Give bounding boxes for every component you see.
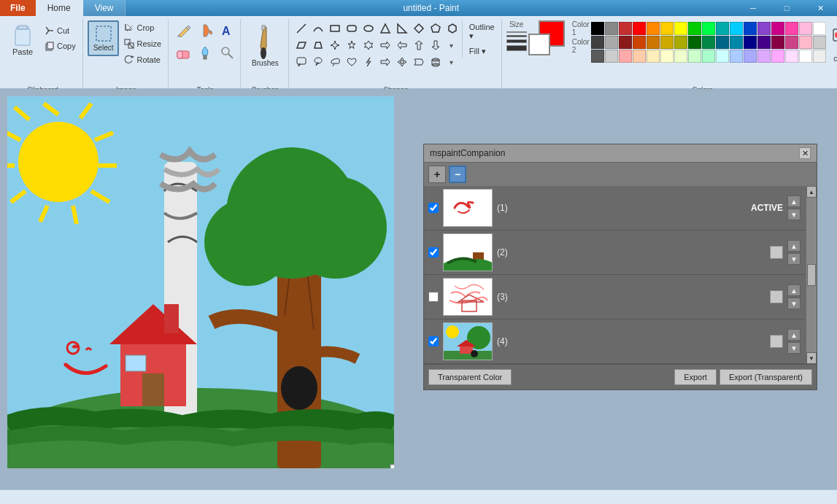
- palette-silver[interactable]: [813, 36, 826, 49]
- color-2-swatch[interactable]: [528, 34, 550, 55]
- close-button[interactable]: ✕: [803, 0, 837, 16]
- layer-scrollbar[interactable]: ▲ ▼: [806, 186, 817, 364]
- palette-darkgreen[interactable]: [688, 36, 701, 49]
- palette-cyan[interactable]: [730, 22, 743, 35]
- shape-arrow-up[interactable]: [411, 37, 427, 53]
- layer-2-checkbox[interactable]: [428, 247, 439, 257]
- palette-steelblue[interactable]: [730, 36, 743, 49]
- maximize-button[interactable]: □: [770, 0, 803, 16]
- shape-heart[interactable]: [344, 54, 360, 70]
- select-button[interactable]: Select: [88, 20, 120, 56]
- shape-pentagon[interactable]: [428, 20, 444, 36]
- palette-violet[interactable]: [771, 22, 784, 35]
- palette-honeydew[interactable]: [674, 50, 687, 63]
- palette-orange[interactable]: [647, 22, 660, 35]
- scroll-up-button[interactable]: ▲: [806, 186, 817, 198]
- shape-5star[interactable]: [344, 37, 360, 53]
- palette-darkgold[interactable]: [660, 36, 674, 49]
- shape-line[interactable]: [293, 20, 309, 36]
- palette-orchid[interactable]: [771, 50, 784, 63]
- palette-darkred[interactable]: [619, 22, 632, 35]
- shape-arrow-left[interactable]: [394, 37, 410, 53]
- rotate-button[interactable]: Rotate: [120, 53, 165, 67]
- view-tab[interactable]: View: [83, 0, 126, 16]
- palette-rose[interactable]: [785, 36, 798, 49]
- palette-lime[interactable]: [702, 22, 715, 35]
- scroll-down-button[interactable]: ▼: [806, 352, 817, 364]
- eraser-button[interactable]: [173, 42, 193, 63]
- palette-magenta[interactable]: [771, 36, 784, 49]
- palette-white[interactable]: [813, 22, 826, 35]
- palette-mintgreen[interactable]: [688, 50, 701, 63]
- palette-gold[interactable]: [660, 22, 674, 35]
- palette-pink[interactable]: [785, 22, 798, 35]
- outline-button[interactable]: Outline ▾: [466, 20, 498, 43]
- shapes-scroll2[interactable]: ▾: [444, 54, 460, 70]
- shape-triangle[interactable]: [377, 20, 393, 36]
- fill-button[interactable]: [195, 20, 215, 41]
- size-3[interactable]: [506, 39, 527, 43]
- layer-1-down[interactable]: ▼: [787, 209, 801, 220]
- palette-black[interactable]: [591, 22, 604, 35]
- layer-3-down[interactable]: ▼: [787, 298, 801, 309]
- export-transparent-button[interactable]: Export (Transparent): [720, 369, 812, 385]
- shape-curve[interactable]: [310, 20, 326, 36]
- home-tab[interactable]: Home: [36, 0, 83, 16]
- shape-hexagon[interactable]: [444, 20, 460, 36]
- shape-right-triangle[interactable]: [394, 20, 410, 36]
- paste-button[interactable]: Paste: [6, 20, 39, 60]
- shape-cloud-callout[interactable]: [327, 54, 343, 70]
- layer-3-visibility[interactable]: [770, 290, 783, 303]
- palette-purple[interactable]: [757, 22, 771, 35]
- palette-cream[interactable]: [647, 50, 660, 63]
- pencil-button[interactable]: [173, 20, 193, 41]
- palette-gray[interactable]: [605, 22, 618, 35]
- shape-arrow-right2[interactable]: [377, 54, 393, 70]
- companion-close-button[interactable]: ✕: [799, 147, 811, 159]
- canvas-wrapper[interactable]: [7, 96, 394, 468]
- layer-1-checkbox[interactable]: [428, 203, 439, 213]
- layer-3-checkbox[interactable]: [428, 292, 439, 302]
- size-1[interactable]: [506, 31, 527, 33]
- palette-lavender[interactable]: [744, 50, 757, 63]
- layer-4-checkbox[interactable]: [428, 336, 439, 346]
- palette-darkgray1[interactable]: [591, 36, 604, 49]
- palette-blush[interactable]: [799, 36, 812, 49]
- palette-brown[interactable]: [619, 36, 632, 49]
- cut-button[interactable]: Cut: [41, 23, 80, 38]
- shape-round-callout[interactable]: [310, 54, 326, 70]
- palette-blue[interactable]: [744, 22, 757, 35]
- palette-darkblue[interactable]: [744, 36, 757, 49]
- palette-lilac[interactable]: [757, 50, 771, 63]
- shape-arrow-quad[interactable]: [394, 54, 410, 70]
- palette-burnt[interactable]: [633, 36, 646, 49]
- shape-rounded-rect[interactable]: [344, 20, 360, 36]
- palette-green[interactable]: [688, 22, 701, 35]
- minimize-button[interactable]: ─: [736, 0, 770, 16]
- file-tab[interactable]: File: [0, 0, 36, 16]
- shape-rect[interactable]: [327, 20, 343, 36]
- palette-gray2[interactable]: [605, 50, 618, 63]
- palette-darkpurple[interactable]: [757, 36, 771, 49]
- palette-peach[interactable]: [633, 50, 646, 63]
- shape-cylinder[interactable]: [428, 54, 444, 70]
- shape-callout[interactable]: [293, 54, 309, 70]
- shape-notch[interactable]: [411, 54, 427, 70]
- scroll-thumb[interactable]: [807, 264, 816, 286]
- palette-red[interactable]: [633, 22, 646, 35]
- add-layer-button[interactable]: +: [428, 166, 446, 183]
- palette-forest[interactable]: [702, 36, 715, 49]
- shape-trapezoid[interactable]: [310, 37, 326, 53]
- layer-2-up[interactable]: ▲: [787, 240, 801, 252]
- shape-arrow-down[interactable]: [428, 37, 444, 53]
- shape-arrow-right[interactable]: [377, 37, 393, 53]
- palette-thistle[interactable]: [785, 50, 798, 63]
- layer-1-up[interactable]: ▲: [787, 195, 801, 207]
- layer-4-visibility[interactable]: [770, 335, 783, 348]
- resize-button[interactable]: Resize: [120, 36, 165, 51]
- copy-button[interactable]: Copy: [41, 39, 80, 53]
- layer-2-down[interactable]: ▼: [787, 253, 801, 265]
- shape-ellipse[interactable]: [360, 20, 377, 36]
- transparent-color-button[interactable]: Transparent Color: [428, 369, 512, 385]
- palette-offwhite[interactable]: [813, 50, 826, 63]
